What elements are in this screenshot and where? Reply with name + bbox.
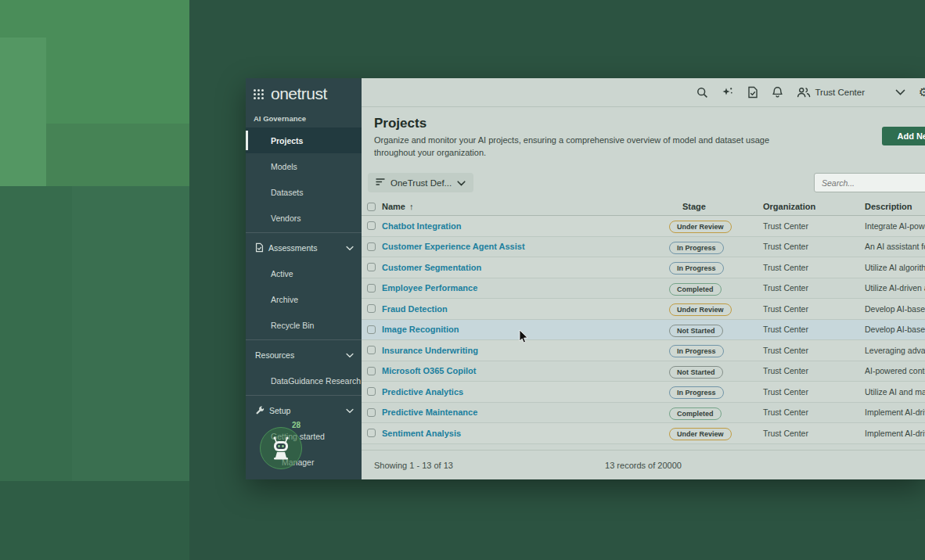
- app-window: onetrust AI Governance Projects Models D…: [246, 78, 925, 479]
- project-name-link[interactable]: Microsoft O365 Copilot: [382, 366, 669, 375]
- filter-dropdown[interactable]: OneTrust Def...: [368, 173, 473, 192]
- organization-cell: Trust Center: [763, 387, 865, 397]
- table-row[interactable]: Insurance Underwriting In Progress Trust…: [362, 340, 925, 361]
- onetrust-logo: onetrust: [271, 84, 327, 103]
- row-checkbox[interactable]: [367, 263, 376, 271]
- wrench-icon: [255, 406, 265, 415]
- projects-table: Name ↑ Stage Organization Description Ch…: [362, 198, 925, 444]
- sparkles-icon[interactable]: [722, 86, 734, 99]
- table-footer: 13 records of 20000 Showing 1 - 13 of 13: [362, 450, 925, 479]
- search-input[interactable]: [814, 173, 925, 192]
- column-header-name[interactable]: Name ↑: [382, 202, 669, 211]
- sidebar-item-resources[interactable]: Resources: [246, 342, 362, 368]
- sidebar: onetrust AI Governance Projects Models D…: [246, 78, 362, 479]
- table-row[interactable]: Sentiment Analysis Under Review Trust Ce…: [362, 423, 925, 444]
- page-description: Organize and monitor your AI projects, e…: [374, 135, 801, 160]
- sidebar-item-dataguidance-research[interactable]: DataGuidance Research: [246, 368, 362, 393]
- description-cell: Develop AI-based im: [865, 325, 925, 334]
- product-label: AI Governance: [246, 108, 362, 127]
- project-name-link[interactable]: Employee Performance: [382, 283, 669, 293]
- project-name-link[interactable]: Customer Segmentation: [382, 263, 669, 272]
- assistant-widget[interactable]: 28: [260, 427, 302, 469]
- bg-block-mid-dark: [46, 124, 189, 186]
- bg-block-lower-left: [0, 186, 72, 481]
- stage-badge: In Progress: [669, 242, 724, 254]
- sidebar-divider: [246, 232, 362, 233]
- project-name-link[interactable]: Customer Experience Agent Assist: [382, 242, 669, 251]
- row-checkbox[interactable]: [367, 325, 376, 334]
- chevron-down-icon[interactable]: [895, 89, 905, 95]
- stage-badge: In Progress: [669, 345, 724, 357]
- table-row[interactable]: Predictive Analytics In Progress Trust C…: [362, 382, 925, 403]
- sidebar-item-active[interactable]: Active: [246, 260, 362, 286]
- bell-icon[interactable]: [772, 86, 783, 99]
- robot-icon[interactable]: [260, 427, 302, 469]
- table-row[interactable]: Customer Segmentation In Progress Trust …: [362, 257, 925, 278]
- sidebar-item-projects[interactable]: Projects: [246, 127, 362, 153]
- organization-cell: Trust Center: [763, 346, 865, 355]
- description-cell: An AI assistant for c: [865, 242, 925, 251]
- row-checkbox[interactable]: [367, 221, 376, 230]
- row-checkbox[interactable]: [367, 346, 376, 354]
- description-cell: Implement AI-driven: [865, 407, 925, 417]
- project-name-link[interactable]: Fraud Detection: [382, 304, 669, 314]
- filter-lines-icon: [376, 178, 385, 188]
- row-checkbox[interactable]: [367, 242, 376, 251]
- sort-ascending-icon[interactable]: ↑: [409, 202, 414, 211]
- settings-gear-icon-partial[interactable]: ⚙: [919, 85, 925, 99]
- project-name-link[interactable]: Insurance Underwriting: [382, 346, 669, 355]
- table-row[interactable]: Customer Experience Agent Assist In Prog…: [362, 237, 925, 258]
- sidebar-item-datasets[interactable]: Datasets: [246, 179, 362, 205]
- description-cell: Integrate AI-powere: [865, 221, 925, 231]
- app-grid-icon[interactable]: [253, 88, 265, 100]
- stage-badge: Not Started: [669, 366, 723, 379]
- description-cell: Utilize AI and machi: [865, 387, 925, 397]
- sidebar-item-models[interactable]: Models: [246, 153, 362, 179]
- row-checkbox[interactable]: [367, 367, 376, 375]
- sidebar-item-archive[interactable]: Archive: [246, 286, 362, 312]
- table-row[interactable]: Image Recognition Not Started Trust Cent…: [362, 320, 925, 341]
- sidebar-item-vendors[interactable]: Vendors: [246, 205, 362, 231]
- chevron-down-icon: [346, 243, 354, 253]
- bg-block-light: [0, 38, 46, 186]
- table-header-row: Name ↑ Stage Organization Description: [362, 198, 925, 216]
- row-checkbox[interactable]: [367, 429, 376, 437]
- description-cell: Utilize AI-driven ana: [865, 283, 925, 293]
- document-check-icon[interactable]: [747, 86, 758, 99]
- chevron-down-icon: [457, 178, 466, 188]
- table-row[interactable]: Employee Performance Completed Trust Cen…: [362, 278, 925, 300]
- project-name-link[interactable]: Predictive Analytics: [382, 387, 669, 397]
- organization-cell: Trust Center: [763, 429, 865, 438]
- table-row[interactable]: Chatbot Integration Under Review Trust C…: [362, 216, 925, 237]
- document-check-icon: [255, 242, 264, 253]
- project-name-link[interactable]: Chatbot Integration: [382, 221, 669, 231]
- stage-badge: Completed: [669, 407, 722, 420]
- row-checkbox[interactable]: [367, 387, 376, 396]
- sidebar-item-setup[interactable]: Setup: [246, 397, 362, 423]
- column-header-description[interactable]: Description: [865, 202, 925, 211]
- search-icon[interactable]: [696, 87, 708, 99]
- column-header-organization[interactable]: Organization: [763, 202, 865, 211]
- stage-badge: Not Started: [669, 325, 723, 337]
- sidebar-item-assessments[interactable]: Assessments: [246, 235, 362, 260]
- logo-row[interactable]: onetrust: [246, 78, 362, 108]
- organization-cell: Trust Center: [763, 283, 865, 293]
- table-row[interactable]: Predictive Maintenance Completed Trust C…: [362, 403, 925, 424]
- row-checkbox[interactable]: [367, 284, 376, 293]
- column-header-stage[interactable]: Stage: [669, 202, 763, 211]
- description-cell: Implement AI-driven: [865, 429, 925, 438]
- table-row[interactable]: Microsoft O365 Copilot Not Started Trust…: [362, 361, 925, 382]
- row-checkbox[interactable]: [367, 408, 376, 417]
- project-name-link[interactable]: Image Recognition: [382, 325, 669, 334]
- project-name-link[interactable]: Predictive Maintenance: [382, 407, 669, 417]
- sidebar-item-recycle-bin[interactable]: Recycle Bin: [246, 312, 362, 338]
- row-checkbox[interactable]: [367, 304, 376, 313]
- org-switcher[interactable]: Trust Center: [797, 87, 865, 98]
- table-row[interactable]: Fraud Detection Under Review Trust Cente…: [362, 299, 925, 320]
- project-name-link[interactable]: Sentiment Analysis: [382, 429, 669, 438]
- organization-cell: Trust Center: [763, 221, 865, 231]
- select-all-checkbox[interactable]: [367, 203, 376, 211]
- sidebar-divider: [246, 339, 362, 340]
- add-new-button[interactable]: Add New: [882, 127, 925, 145]
- organization-cell: Trust Center: [763, 325, 865, 334]
